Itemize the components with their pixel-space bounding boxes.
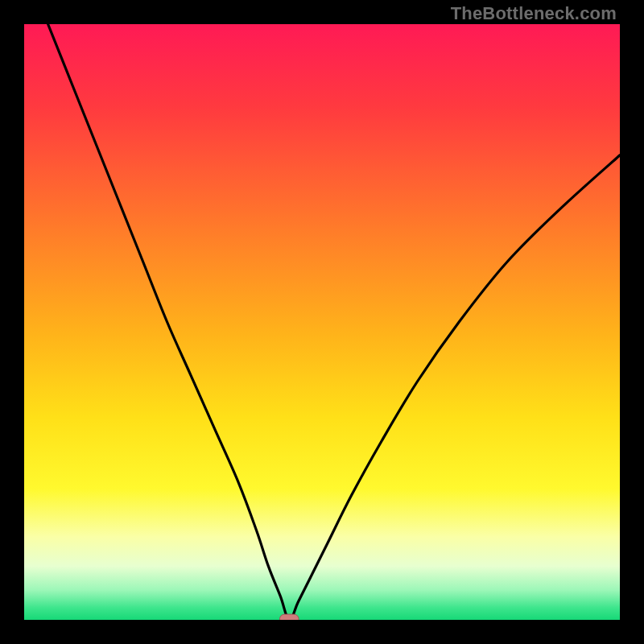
chart-svg bbox=[24, 24, 620, 620]
optimum-marker bbox=[279, 614, 299, 620]
watermark-text: TheBottleneck.com bbox=[451, 3, 617, 24]
plot-area bbox=[24, 24, 620, 620]
chart-frame: TheBottleneck.com bbox=[0, 0, 644, 644]
gradient-background bbox=[24, 24, 620, 620]
